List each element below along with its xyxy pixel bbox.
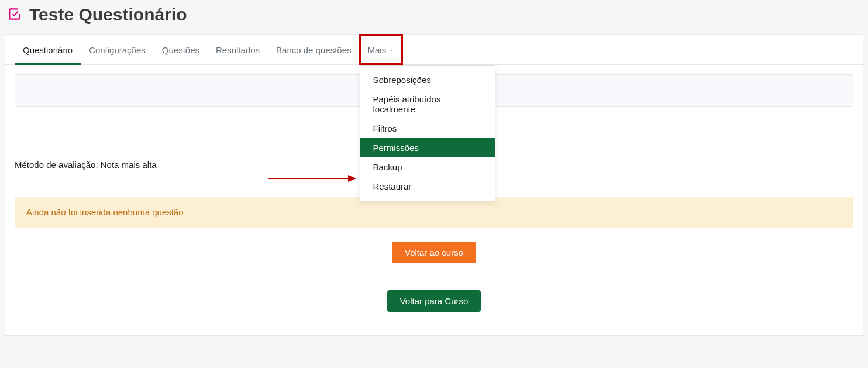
quiz-checkbox-icon: [7, 6, 22, 23]
tab-questionario[interactable]: Questionário: [15, 35, 81, 64]
voltar-para-curso-button[interactable]: Voltar para Curso: [387, 290, 481, 312]
tab-mais[interactable]: Mais: [360, 35, 403, 64]
tab-questoes[interactable]: Questões: [154, 35, 208, 64]
voltar-ao-curso-button[interactable]: Voltar ao curso: [392, 242, 476, 263]
tab-banco-de-questoes[interactable]: Banco de questões: [268, 35, 359, 64]
more-dropdown-menu: Sobreposições Papéis atribuídos localmen…: [360, 65, 495, 201]
chevron-down-icon: [388, 45, 394, 55]
tab-label: Questões: [162, 45, 199, 55]
tab-label: Mais: [368, 45, 387, 55]
tab-label: Resultados: [216, 45, 260, 55]
button-row-2: Voltar para Curso: [15, 290, 853, 312]
tab-label: Banco de questões: [276, 45, 351, 55]
tab-bar: Questionário Configurações Questões Resu…: [5, 35, 863, 65]
annotation-arrow: [268, 173, 356, 186]
dropdown-item-permissoes[interactable]: Permissões: [360, 138, 495, 157]
dropdown-item-sobreposicoes[interactable]: Sobreposições: [360, 70, 495, 90]
page-title: Teste Questionário: [29, 5, 187, 25]
tab-configuracoes[interactable]: Configurações: [81, 35, 154, 64]
button-row-1: Voltar ao curso: [15, 242, 853, 263]
tab-resultados[interactable]: Resultados: [208, 35, 268, 64]
dropdown-item-backup[interactable]: Backup: [360, 157, 495, 177]
tab-label: Configurações: [89, 45, 146, 55]
main-card: Questionário Configurações Questões Resu…: [5, 34, 863, 336]
dropdown-item-restaurar[interactable]: Restaurar: [360, 177, 495, 196]
tab-label: Questionário: [23, 45, 73, 55]
tab-more-wrapper: Mais Sobreposições Papéis atribuídos loc…: [360, 35, 403, 64]
dropdown-item-filtros[interactable]: Filtros: [360, 119, 495, 138]
dropdown-item-papeis-locais[interactable]: Papéis atribuídos localmente: [360, 90, 495, 119]
svg-marker-1: [348, 175, 356, 182]
page-header: Teste Questionário: [5, 0, 863, 34]
